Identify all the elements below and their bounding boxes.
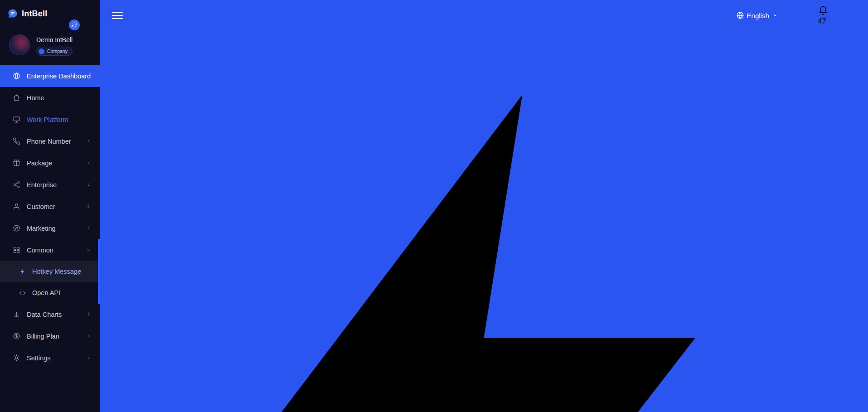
dollar-icon [13, 332, 20, 340]
sidebar-item-customer[interactable]: Customer [0, 196, 100, 218]
notifications-button[interactable]: 47 [818, 5, 828, 25]
sidebar-item-data-charts[interactable]: Data Charts [0, 304, 100, 325]
sidebar-item-label: Marketing [27, 225, 86, 232]
sidebar-item-label: Package [27, 160, 86, 167]
sidebar-item-enterprise[interactable]: Enterprise [0, 174, 100, 196]
sidebar-item-label: Enterprise [27, 181, 86, 189]
sidebar-item-common[interactable]: Common [0, 239, 100, 261]
company-avatar[interactable] [9, 34, 30, 55]
chevron-left-icon [86, 138, 92, 144]
topbar-row: English 47 [100, 0, 868, 31]
sidebar-item-label: Open API [32, 289, 92, 296]
sidebar-item-billing-plan[interactable]: Billing Plan [0, 325, 100, 347]
sidebar-item-settings[interactable]: Settings [0, 347, 100, 369]
hamburger-menu-icon[interactable] [112, 12, 123, 19]
company-badge[interactable]: Company [36, 47, 73, 56]
package-icon [13, 159, 20, 167]
chevron-left-icon [86, 333, 92, 339]
sidebar-item-label: Billing Plan [27, 333, 86, 340]
user-icon [13, 203, 20, 210]
sidebar-item-home[interactable]: Home [0, 87, 100, 109]
company-badge-label: Company [47, 48, 68, 54]
sidebar-item-package[interactable]: Package [0, 152, 100, 174]
home-icon [13, 94, 20, 102]
sidebar-item-enterprise-dashboard[interactable]: Enterprise Dashboard [0, 65, 100, 87]
topbar: English 47 Hotkey Message Hotkey picture… [100, 0, 868, 412]
sidebar-item-label: Enterprise Dashboard [27, 73, 92, 80]
code-icon [19, 290, 26, 296]
user-avatar[interactable] [790, 7, 806, 24]
sidebar: IntBell Demo IntBell Company Enterprise … [0, 0, 100, 412]
profile-card: Demo IntBell Company [0, 27, 100, 63]
gear-icon [13, 354, 20, 362]
chevron-left-icon [86, 225, 92, 231]
sidebar-item-label: Data Charts [27, 311, 86, 318]
bell-icon [818, 9, 828, 17]
sidebar-nav: Enterprise DashboardHomeWork PlatformPho… [0, 65, 100, 369]
sidebar-item-work-platform[interactable]: Work Platform [0, 109, 100, 131]
sidebar-item-hotkey-message[interactable]: Hotkey Message [0, 261, 100, 282]
chart-icon [13, 310, 20, 318]
grid-icon [13, 246, 20, 254]
notification-badge: 47 [818, 17, 826, 25]
globe-icon [736, 11, 744, 19]
sync-button[interactable] [68, 18, 81, 32]
sidebar-item-label: Settings [27, 354, 86, 362]
profile-name: Demo IntBell [36, 36, 73, 44]
globe-icon [13, 72, 20, 80]
page-title-row: Hotkey Message [100, 31, 868, 412]
logo: IntBell [0, 0, 100, 27]
chevron-left-icon [86, 204, 92, 209]
chevron-down-icon [86, 247, 92, 253]
language-selector[interactable]: English [736, 11, 778, 19]
sidebar-item-marketing[interactable]: Marketing [0, 218, 100, 239]
sidebar-item-label: Customer [27, 203, 86, 210]
caret-down-icon [772, 12, 778, 19]
company-dot-icon [39, 48, 44, 54]
chevron-left-icon [86, 311, 92, 317]
language-label: English [747, 12, 769, 19]
share-icon [13, 181, 20, 189]
main-area: English 47 Hotkey Message Hotkey picture… [100, 0, 868, 412]
chevron-left-icon [86, 182, 92, 188]
sidebar-item-label: Work Platform [27, 116, 92, 123]
refresh-icon [71, 22, 78, 28]
logo-text: IntBell [22, 9, 47, 19]
chevron-left-icon [86, 160, 92, 166]
compass-icon [13, 224, 20, 232]
sidebar-item-label: Home [27, 94, 92, 102]
chevron-left-icon [86, 355, 92, 361]
sidebar-item-label: Hotkey Message [32, 268, 92, 275]
sidebar-item-label: Common [27, 247, 86, 254]
topbar-right: English 47 [736, 5, 852, 25]
monitor-icon [13, 116, 20, 123]
sidebar-item-open-api[interactable]: Open API [0, 282, 100, 304]
sidebar-item-label: Phone Number [27, 138, 86, 145]
sidebar-item-phone-number[interactable]: Phone Number [0, 131, 100, 152]
bolt-icon [19, 268, 26, 275]
logo-icon [7, 8, 18, 19]
phone-icon [13, 137, 20, 145]
app-root: IntBell Demo IntBell Company Enterprise … [0, 0, 868, 412]
